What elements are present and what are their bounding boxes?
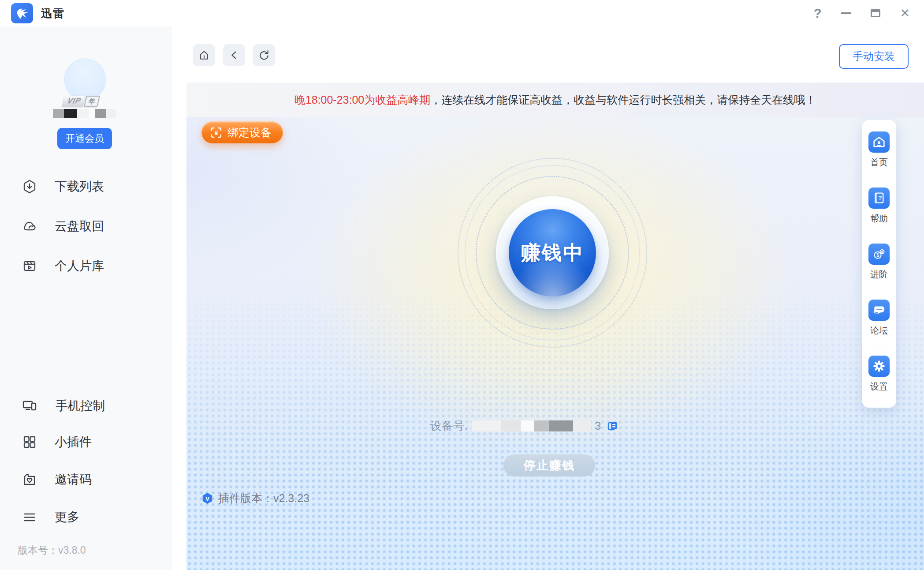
plugin-version-badge-icon: v <box>201 492 213 504</box>
app-version-text: 版本号：v3.8.0 <box>18 544 86 557</box>
dock-item-forum[interactable]: 论坛 <box>868 300 890 337</box>
earning-panel: ¥ 绑定设备 赚钱中 设备号. 3 <box>186 117 924 570</box>
dock-help-icon: ? <box>868 188 890 209</box>
app-window: 迅雷 ? ✕ VIP 年 <box>0 0 924 570</box>
phone-control-icon <box>22 398 38 413</box>
minimize-icon[interactable] <box>841 12 851 14</box>
dock-home-icon <box>868 131 890 153</box>
svg-text:?: ? <box>878 195 882 201</box>
sidebar-item-invite-code[interactable]: 邀请码 <box>22 471 92 488</box>
sidebar-item-label: 下载列表 <box>55 178 104 195</box>
sidebar-item-phone-control[interactable]: 手机控制 <box>22 397 105 415</box>
vip-badge-year: 年 <box>84 96 100 107</box>
plugin-webview: 晚18:00-23:00为收益高峰期，连续在线才能保证高收益，收益与软件运行时长… <box>186 82 924 570</box>
help-icon[interactable]: ? <box>814 6 822 21</box>
dock-item-advanced[interactable]: $ $ 进阶 <box>868 244 890 281</box>
earning-status-button[interactable]: 赚钱中 <box>509 209 596 296</box>
plugin-version-row: v 插件版本：v2.3.23 <box>201 491 309 506</box>
sidebar-item-plugins[interactable]: 小插件 <box>22 433 92 451</box>
window-controls: ? ✕ <box>814 6 924 21</box>
bind-device-label: 绑定设备 <box>227 125 272 140</box>
sidebar-item-cloud-retrieve[interactable]: 云盘取回 <box>22 218 104 235</box>
svg-text:v: v <box>205 495 209 502</box>
close-icon[interactable]: ✕ <box>900 6 910 20</box>
sidebar-item-personal-library[interactable]: 个人片库 <box>22 257 104 275</box>
dock-divider <box>869 178 889 178</box>
titlebar: 迅雷 ? ✕ <box>0 0 924 26</box>
app-title: 迅雷 <box>41 6 65 21</box>
dock-label: 帮助 <box>870 213 888 225</box>
manual-install-button[interactable]: 手动安装 <box>839 44 909 69</box>
sidebar-item-label: 个人片库 <box>55 258 104 274</box>
device-id-row: 设备号. 3 <box>186 418 862 434</box>
vip-badge: VIP 年 <box>62 96 101 107</box>
dock-label: 论坛 <box>870 325 888 337</box>
dock-item-home[interactable]: 首页 <box>868 131 890 169</box>
sidebar-item-label: 邀请码 <box>55 471 92 488</box>
avatar-background <box>64 58 106 101</box>
nav-back-button[interactable] <box>223 44 245 66</box>
video-library-icon <box>22 259 37 274</box>
sidebar: VIP 年 开通会员 下载列表 云盘取回 <box>0 26 172 570</box>
dock-divider <box>869 346 889 346</box>
right-dock: 首页 ? 帮助 <box>862 120 896 408</box>
device-id-label: 设备号. <box>430 418 468 434</box>
xunlei-logo-icon <box>11 3 33 23</box>
dock-forum-icon <box>868 300 890 321</box>
vip-badge-vip: VIP <box>62 96 86 107</box>
redacted-device-id <box>472 420 591 431</box>
dock-label: 首页 <box>870 157 888 169</box>
stop-earning-button[interactable]: 停止赚钱 <box>503 454 595 476</box>
more-lines-icon <box>22 510 37 525</box>
notice-highlight: 晚18:00-23:00为收益高峰期 <box>294 93 430 107</box>
nav-home-button[interactable] <box>193 44 215 66</box>
avatar[interactable]: VIP 年 <box>64 58 106 101</box>
maximize-icon[interactable] <box>871 9 880 17</box>
sidebar-item-label: 云盘取回 <box>55 218 104 235</box>
open-vip-button[interactable]: 开通会员 <box>57 128 112 149</box>
sidebar-item-label: 更多 <box>55 509 79 525</box>
device-id-suffix: 3 <box>595 419 601 433</box>
dock-coins-icon: $ $ <box>868 244 890 265</box>
svg-text:$: $ <box>876 252 879 258</box>
notice-rest: ，连续在线才能保证高收益，收益与软件运行时长强相关，请保持全天在线哦！ <box>430 93 816 107</box>
dock-item-settings[interactable]: 设置 <box>868 356 890 393</box>
copy-device-id-icon[interactable] <box>607 420 618 432</box>
svg-text:$: $ <box>881 250 883 254</box>
back-chevron-icon <box>227 48 241 62</box>
plugins-grid-icon <box>22 435 37 450</box>
scan-yuan-icon: ¥ <box>210 127 222 139</box>
svg-text:¥: ¥ <box>215 129 218 136</box>
nav-refresh-button[interactable] <box>253 44 275 66</box>
home-icon <box>197 48 211 62</box>
dock-label: 设置 <box>870 381 888 393</box>
bind-device-button[interactable]: ¥ 绑定设备 <box>201 121 283 143</box>
sidebar-item-label: 手机控制 <box>56 398 105 414</box>
refresh-icon <box>257 48 271 62</box>
notice-banner: 晚18:00-23:00为收益高峰期，连续在线才能保证高收益，收益与软件运行时长… <box>186 82 924 117</box>
invite-card-heart-icon <box>22 472 37 487</box>
sidebar-item-download-list[interactable]: 下载列表 <box>22 178 104 195</box>
dock-label: 进阶 <box>870 269 888 281</box>
earning-status-label: 赚钱中 <box>521 240 584 266</box>
redacted-username <box>53 109 116 118</box>
dock-divider <box>869 234 889 234</box>
webview-toolbar: 手动安装 <box>172 26 924 82</box>
cloud-icon <box>22 219 37 234</box>
dock-divider <box>869 290 889 290</box>
download-hexagon-icon <box>22 179 37 194</box>
sidebar-item-more[interactable]: 更多 <box>22 508 79 526</box>
sidebar-item-label: 小插件 <box>55 434 92 450</box>
plugin-version-text: 插件版本：v2.3.23 <box>218 491 309 506</box>
dock-item-help[interactable]: ? 帮助 <box>868 188 890 225</box>
dock-settings-gear-icon <box>868 356 890 377</box>
